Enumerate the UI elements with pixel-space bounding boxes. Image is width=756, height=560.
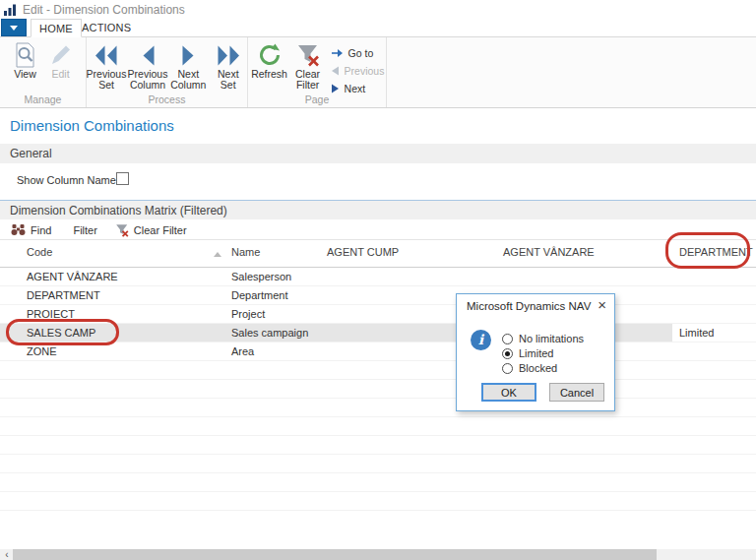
cell-name[interactable]: Salesperson: [226, 268, 321, 285]
refresh-label: Refresh: [251, 69, 287, 80]
grid-header-row: Code Name AGENT CUMP AGENT VÂNZARE DEPAR…: [0, 239, 756, 268]
view-button-label: View: [14, 69, 36, 80]
scroll-left-icon[interactable]: ‹: [2, 549, 12, 560]
column-header-agent-vanzare[interactable]: AGENT VÂNZARE: [497, 240, 672, 267]
ok-button[interactable]: OK: [481, 383, 536, 402]
column-header-agent-cump-label: AGENT CUMP: [327, 246, 399, 258]
next-label: Next: [345, 83, 366, 94]
table-row-department[interactable]: DEPARTMENT Department: [0, 286, 756, 305]
next-set-label: Next Set: [210, 69, 248, 91]
application-menu-button[interactable]: [1, 19, 27, 36]
radio-no-limitations-label: No limitations: [519, 333, 584, 344]
column-header-agent-vanzare-label: AGENT VÂNZARE: [503, 246, 595, 258]
pencil-icon: [49, 41, 73, 69]
scrollbar-thumb[interactable]: [13, 549, 657, 560]
column-header-agent-cump[interactable]: AGENT CUMP: [321, 240, 497, 267]
ribbon-group-page: Refresh Clear Filter Go to: [248, 37, 387, 107]
dialog-title: Microsoft Dynamics NAV: [467, 300, 591, 312]
clear-filter-icon: [296, 41, 320, 69]
info-icon: i: [471, 330, 491, 350]
radio-no-limitations[interactable]: No limitations: [502, 333, 584, 344]
column-header-code[interactable]: Code: [0, 240, 226, 267]
binoculars-icon: [11, 223, 26, 236]
horizontal-scrollbar[interactable]: ‹: [0, 549, 756, 560]
tab-home[interactable]: HOME: [31, 19, 82, 37]
go-to-button[interactable]: Go to: [331, 45, 385, 60]
find-button[interactable]: Find: [11, 223, 51, 236]
radio-icon: [502, 334, 513, 344]
close-icon[interactable]: ×: [598, 297, 606, 312]
cell-department[interactable]: [672, 268, 756, 285]
show-column-name-checkbox[interactable]: [116, 172, 129, 185]
refresh-button[interactable]: Refresh: [250, 41, 289, 95]
titlebar: Edit - Dimension Combinations: [0, 0, 756, 19]
ribbon-group-manage: View Edit Manage: [0, 37, 87, 107]
matrix-grid: Code Name AGENT CUMP AGENT VÂNZARE DEPAR…: [0, 239, 756, 523]
cell-name[interactable]: Department: [226, 286, 321, 304]
matrix-section-header[interactable]: Dimension Combinations Matrix (Filtered): [0, 200, 756, 219]
table-row-sales-camp[interactable]: SALES CAMP Sales campaign Limited: [0, 324, 756, 342]
table-row-zone[interactable]: ZONE Area: [0, 342, 756, 361]
clear-filter-small-label: Clear Filter: [134, 224, 187, 236]
sort-ascending-icon: [214, 252, 221, 257]
cell-code[interactable]: AGENT VÂNZARE: [0, 268, 226, 285]
arrow-right-icon: [181, 41, 196, 69]
clear-filter-small-button[interactable]: Clear Filter: [115, 223, 187, 237]
radio-blocked[interactable]: Blocked: [502, 362, 584, 374]
refresh-icon: [257, 41, 283, 69]
clear-filter-label: Clear Filter: [291, 69, 325, 91]
cell-agent-cump[interactable]: [321, 268, 497, 285]
radio-blocked-label: Blocked: [519, 362, 557, 374]
app-chart-icon: [3, 3, 17, 17]
column-header-name-label: Name: [231, 246, 260, 258]
chevron-down-icon: [10, 26, 18, 31]
cancel-button[interactable]: Cancel: [549, 383, 604, 402]
next-column-label: Next Column: [169, 69, 208, 91]
go-to-label: Go to: [348, 47, 374, 59]
previous-column-button[interactable]: Previous Column: [128, 41, 167, 91]
table-row-proiect[interactable]: PROIECT Project: [0, 305, 756, 324]
grid-empty-rows: [0, 361, 756, 523]
cell-name[interactable]: Area: [226, 342, 321, 360]
next-column-button[interactable]: Next Column: [169, 41, 208, 91]
ribbon-group-label-manage: Manage: [0, 93, 86, 105]
double-arrow-left-icon: [94, 41, 118, 69]
previous-set-button[interactable]: Previous Set: [87, 41, 126, 91]
cell-department[interactable]: [672, 305, 756, 323]
edit-button-label: Edit: [51, 69, 69, 80]
cell-name[interactable]: Project: [226, 305, 321, 323]
find-label: Find: [31, 224, 51, 236]
cell-agent-vanzare[interactable]: [497, 268, 672, 285]
cell-department[interactable]: [672, 342, 756, 360]
tab-actions[interactable]: ACTIONS: [74, 19, 139, 37]
radio-limited-label: Limited: [519, 347, 553, 359]
triangle-left-icon: [331, 66, 340, 76]
cell-code[interactable]: PROIECT: [0, 305, 226, 323]
cell-name[interactable]: Sales campaign: [226, 324, 321, 342]
cell-code[interactable]: ZONE: [0, 342, 226, 360]
column-header-department-label: DEPARTMENT: [679, 246, 753, 258]
view-button[interactable]: View: [9, 41, 42, 80]
next-set-button[interactable]: Next Set: [210, 41, 248, 91]
go-to-arrow-icon: [331, 48, 344, 58]
window-title: Edit - Dimension Combinations: [23, 3, 185, 17]
general-section-header[interactable]: General: [0, 144, 756, 163]
column-header-name[interactable]: Name: [226, 240, 321, 267]
view-icon: [14, 41, 36, 69]
nav-window: Edit - Dimension Combinations HOME ACTIO…: [0, 0, 756, 560]
radio-icon: [502, 348, 513, 359]
column-header-department[interactable]: DEPARTMENT: [672, 240, 756, 267]
radio-limited[interactable]: Limited: [502, 347, 584, 359]
clear-filter-small-icon: [115, 223, 129, 237]
cell-department-limited[interactable]: Limited: [672, 324, 756, 342]
cell-department[interactable]: [672, 286, 756, 304]
cell-code[interactable]: DEPARTMENT: [0, 286, 226, 304]
filter-button[interactable]: Filter: [73, 224, 96, 236]
matrix-toolbar: Find Filter Clear Filter: [0, 220, 756, 239]
table-row-agent-vanzare[interactable]: AGENT VÂNZARE Salesperson: [0, 268, 756, 286]
dialog-buttons: OK Cancel: [481, 383, 604, 402]
cell-code[interactable]: SALES CAMP: [0, 324, 226, 342]
triangle-right-icon: [331, 84, 340, 93]
clear-filter-button[interactable]: Clear Filter: [291, 41, 325, 95]
page-nav-links: Go to Previous Next: [331, 41, 385, 95]
